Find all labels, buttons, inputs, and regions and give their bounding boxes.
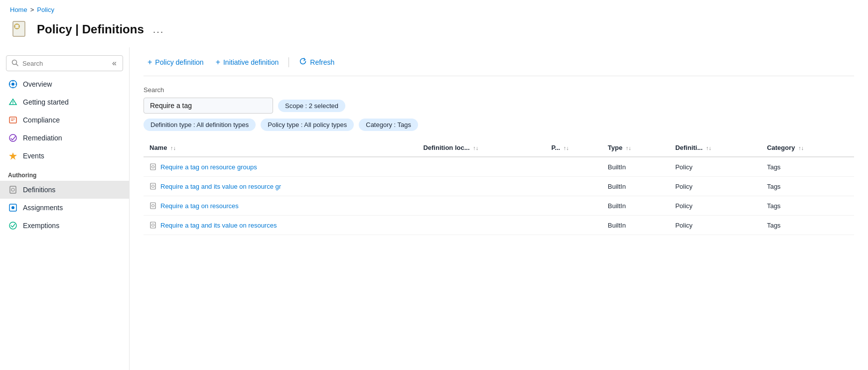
svg-rect-0 xyxy=(13,21,25,36)
header-ellipsis[interactable]: ... xyxy=(153,24,164,35)
table-row: Require a tag and its value on resource … xyxy=(144,177,854,196)
overview-icon xyxy=(8,79,18,89)
policy-type-chip[interactable]: Policy type : All policy types xyxy=(261,119,354,131)
svg-point-15 xyxy=(12,104,13,105)
cell-name-1[interactable]: Require a tag and its value on resource … xyxy=(144,177,417,196)
sidebar-item-events-label: Events xyxy=(23,152,44,160)
breadcrumb-home[interactable]: Home xyxy=(10,6,27,13)
svg-rect-28 xyxy=(150,183,155,189)
svg-point-19 xyxy=(9,134,16,141)
row-icon-3 xyxy=(149,221,157,229)
breadcrumb-policy[interactable]: Policy xyxy=(37,6,54,13)
policy-definition-button[interactable]: + Policy definition xyxy=(144,56,208,69)
col-definition-location[interactable]: Definition loc... ↑↓ xyxy=(417,139,545,157)
sidebar-item-definitions[interactable]: Definitions xyxy=(0,181,129,199)
cell-category-1: Tags xyxy=(761,177,854,196)
cell-category-3: Tags xyxy=(761,216,854,235)
category-chip[interactable]: Category : Tags xyxy=(359,119,418,131)
sidebar-collapse-button[interactable]: « xyxy=(110,59,119,68)
cell-defloc-0 xyxy=(417,157,545,177)
cell-definition-3: Policy xyxy=(669,216,761,235)
cell-type-0: BuiltIn xyxy=(602,157,669,177)
scope-chip[interactable]: Scope : 2 selected xyxy=(278,100,345,112)
cell-definition-2: Policy xyxy=(669,196,761,216)
svg-point-29 xyxy=(152,185,154,188)
row-link-3[interactable]: Require a tag and its value on resources xyxy=(149,221,411,229)
cell-policies-1 xyxy=(545,177,601,196)
cell-name-3[interactable]: Require a tag and its value on resources xyxy=(144,216,417,235)
cell-name-0[interactable]: Require a tag on resource groups xyxy=(144,157,417,177)
sidebar-item-remediation[interactable]: Remediation xyxy=(0,129,129,147)
search-row: Scope : 2 selected xyxy=(144,98,854,114)
breadcrumb: Home > Policy xyxy=(0,0,868,15)
col-name[interactable]: Name ↑↓ xyxy=(144,139,417,157)
breadcrumb-sep: > xyxy=(30,6,34,13)
col-type[interactable]: Type ↑↓ xyxy=(602,139,669,157)
defloc-sort-icon: ↑↓ xyxy=(473,145,478,151)
search-icon xyxy=(11,59,18,68)
cell-policies-3 xyxy=(545,216,601,235)
sidebar-item-events[interactable]: Events xyxy=(0,147,129,165)
row-icon-2 xyxy=(149,202,157,210)
events-icon xyxy=(8,151,18,161)
sidebar-item-getting-started-label: Getting started xyxy=(23,98,69,106)
table-header-row: Name ↑↓ Definition loc... ↑↓ P... ↑↓ Typ… xyxy=(144,139,854,157)
sidebar-item-assignments[interactable]: Assignments xyxy=(0,199,129,217)
sidebar-item-remediation-label: Remediation xyxy=(23,134,62,142)
col-policies[interactable]: P... ↑↓ xyxy=(545,139,601,157)
sidebar-item-overview[interactable]: Overview xyxy=(0,75,129,93)
svg-point-25 xyxy=(9,222,16,229)
initiative-definition-label: Initiative definition xyxy=(223,58,279,66)
cell-name-2[interactable]: Require a tag on resources xyxy=(144,196,417,216)
refresh-icon xyxy=(299,57,307,67)
toolbar-separator xyxy=(289,57,289,67)
svg-point-22 xyxy=(11,188,14,191)
row-link-0[interactable]: Require a tag on resource groups xyxy=(149,163,411,171)
page-header-icon xyxy=(10,19,30,39)
results-table: Name ↑↓ Definition loc... ↑↓ P... ↑↓ Typ… xyxy=(144,139,854,235)
row-link-2[interactable]: Require a tag on resources xyxy=(149,202,411,210)
sidebar-item-compliance[interactable]: Compliance xyxy=(0,111,129,129)
compliance-icon xyxy=(8,115,18,125)
row-icon-0 xyxy=(149,163,157,171)
cell-defloc-3 xyxy=(417,216,545,235)
content-area: + Policy definition + Initiative definit… xyxy=(130,47,868,370)
cell-type-3: BuiltIn xyxy=(602,216,669,235)
def-sort-icon: ↑↓ xyxy=(706,145,712,151)
filter-chips: Definition type : All definition types P… xyxy=(144,119,854,131)
sidebar-search-container: « xyxy=(6,55,123,71)
sidebar-item-exemptions[interactable]: Exemptions xyxy=(0,217,129,235)
plus-icon-initiative: + xyxy=(216,58,220,67)
svg-point-31 xyxy=(152,205,154,207)
svg-marker-20 xyxy=(9,152,17,160)
svg-point-27 xyxy=(152,166,154,168)
row-link-1[interactable]: Require a tag and its value on resource … xyxy=(149,182,411,190)
col-category[interactable]: Category ↑↓ xyxy=(761,139,854,157)
sidebar-item-exemptions-label: Exemptions xyxy=(23,222,59,230)
cell-type-2: BuiltIn xyxy=(602,196,669,216)
cell-policies-0 xyxy=(545,157,601,177)
remediation-icon xyxy=(8,133,18,143)
table-row: Require a tag and its value on resources… xyxy=(144,216,854,235)
exemptions-icon xyxy=(8,221,18,231)
table-row: Require a tag on resources BuiltIn Polic… xyxy=(144,196,854,216)
sidebar-item-definitions-label: Definitions xyxy=(23,186,55,194)
authoring-section-label: Authoring xyxy=(0,165,129,181)
sidebar-search-input[interactable] xyxy=(22,60,106,67)
svg-rect-16 xyxy=(9,117,16,123)
sidebar-item-getting-started[interactable]: Getting started xyxy=(0,93,129,111)
page-header: Policy | Definitions ... xyxy=(0,15,868,47)
table-row: Require a tag on resource groups BuiltIn… xyxy=(144,157,854,177)
svg-rect-30 xyxy=(150,203,155,209)
initiative-definition-button[interactable]: + Initiative definition xyxy=(212,56,283,69)
definition-type-chip[interactable]: Definition type : All definition types xyxy=(144,119,256,131)
refresh-button[interactable]: Refresh xyxy=(295,55,338,69)
cell-type-1: BuiltIn xyxy=(602,177,669,196)
row-icon-1 xyxy=(149,182,157,190)
cell-policies-2 xyxy=(545,196,601,216)
search-input[interactable] xyxy=(144,98,273,114)
plus-icon-policy: + xyxy=(147,58,152,67)
svg-point-33 xyxy=(152,224,154,227)
col-definition[interactable]: Definiti... ↑↓ xyxy=(669,139,761,157)
sidebar-item-assignments-label: Assignments xyxy=(23,204,63,212)
